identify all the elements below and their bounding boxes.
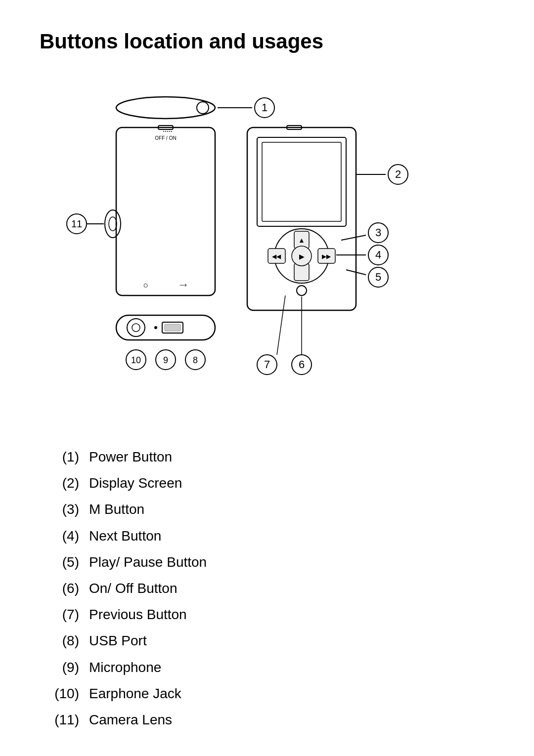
legend-label: Previous Button xyxy=(89,601,187,628)
legend-item: (5)Play/ Pause Button xyxy=(40,549,494,575)
legend-item: (8)USB Port xyxy=(40,628,494,654)
legend-number: (6) xyxy=(40,575,79,601)
legend-number: (11) xyxy=(40,707,79,733)
legend-number: (1) xyxy=(40,444,79,470)
svg-point-17 xyxy=(127,319,145,336)
legend-number: (4) xyxy=(40,523,79,549)
svg-text:◀◀: ◀◀ xyxy=(272,253,281,260)
legend-item: (11)Camera Lens xyxy=(40,707,494,733)
legend-label: USB Port xyxy=(89,628,147,654)
diagram-area: 1 OFF / ON 11 ○ ⤑ xyxy=(40,78,494,424)
legend-number: (9) xyxy=(40,654,79,680)
legend-number: (3) xyxy=(40,496,79,522)
legend-number: (10) xyxy=(40,680,79,707)
legend-label: Earphone Jack xyxy=(89,680,181,707)
page-title: Buttons location and usages xyxy=(40,30,494,53)
legend-item: (7)Previous Button xyxy=(40,601,494,628)
svg-text:9: 9 xyxy=(163,355,168,365)
svg-text:6: 6 xyxy=(299,358,305,371)
legend-number: (7) xyxy=(40,601,79,628)
svg-rect-5 xyxy=(116,127,215,295)
svg-text:3: 3 xyxy=(375,226,381,239)
svg-point-45 xyxy=(297,286,307,295)
svg-text:8: 8 xyxy=(193,355,198,365)
svg-rect-31 xyxy=(262,142,341,221)
svg-text:○: ○ xyxy=(143,280,149,290)
svg-point-10 xyxy=(109,217,117,231)
svg-point-1 xyxy=(197,102,209,114)
svg-text:7: 7 xyxy=(264,358,270,371)
legend-label: M Button xyxy=(89,496,144,522)
svg-point-9 xyxy=(105,210,121,238)
legend-item: (9)Microphone xyxy=(40,654,494,680)
svg-text:▶: ▶ xyxy=(299,252,305,260)
legend-number: (2) xyxy=(40,470,79,496)
svg-point-0 xyxy=(116,97,215,119)
svg-text:11: 11 xyxy=(71,218,82,229)
legend-label: Next Button xyxy=(89,523,161,549)
svg-point-18 xyxy=(132,324,140,332)
svg-text:⤑: ⤑ xyxy=(179,280,187,290)
svg-rect-21 xyxy=(165,324,180,331)
svg-text:▲: ▲ xyxy=(298,236,305,244)
svg-text:4: 4 xyxy=(375,249,381,261)
svg-text:10: 10 xyxy=(131,355,141,365)
svg-text:1: 1 xyxy=(262,101,267,114)
legend-label: Power Button xyxy=(89,444,172,470)
legend-number: (8) xyxy=(40,628,79,654)
legend-item: (4)Next Button xyxy=(40,523,494,549)
svg-text:▶▶: ▶▶ xyxy=(322,253,331,260)
legend-label: Display Screen xyxy=(89,470,182,496)
legend-item: (1)Power Button xyxy=(40,444,494,470)
legend-item: (6)On/ Off Button xyxy=(40,575,494,601)
svg-text:OFF / ON: OFF / ON xyxy=(155,135,176,141)
legend-item: (2)Display Screen xyxy=(40,470,494,496)
svg-line-46 xyxy=(341,235,366,240)
legend-item: (10)Earphone Jack xyxy=(40,680,494,707)
legend-label: Camera Lens xyxy=(89,707,172,733)
svg-text:2: 2 xyxy=(395,168,401,180)
svg-text:5: 5 xyxy=(375,271,381,283)
svg-rect-30 xyxy=(257,137,346,226)
legend-label: On/ Off Button xyxy=(89,575,177,601)
legend-label: Play/ Pause Button xyxy=(89,549,207,575)
legend-list: (1)Power Button(2)Display Screen(3)M But… xyxy=(40,444,494,733)
svg-point-19 xyxy=(154,326,157,329)
legend-label: Microphone xyxy=(89,654,161,680)
svg-line-59 xyxy=(277,295,285,355)
legend-item: (3)M Button xyxy=(40,496,494,522)
legend-number: (5) xyxy=(40,549,79,575)
